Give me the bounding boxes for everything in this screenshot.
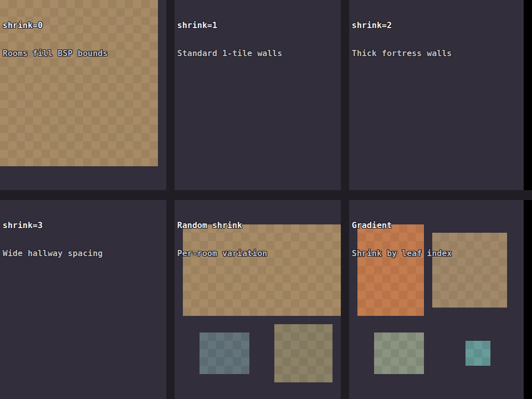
panel-label: shrink=3 Wide hallway spacing (3, 202, 103, 277)
panel-title: shrink=0 (3, 21, 108, 30)
panel-shrink-1: shrink=1 Standard 1-tile walls (175, 0, 341, 190)
canvas-right-margin-top (524, 0, 532, 190)
panel-subtitle: Thick fortress walls (352, 49, 452, 58)
panel-gradient: Gradient Shrink by leaf index (349, 200, 524, 399)
panel-label: Random shrink Per-room variation (177, 202, 267, 277)
panel-title: Random shrink (177, 221, 267, 230)
room-rect-slate (200, 332, 249, 374)
panel-subtitle: Per-room variation (177, 249, 267, 258)
panel-subtitle: Rooms fill BSP bounds (3, 49, 108, 58)
panel-title: shrink=3 (3, 221, 103, 230)
panel-random-shrink: Random shrink Per-room variation (175, 200, 341, 399)
panel-shrink-2: shrink=2 Thick fortress walls (349, 0, 524, 190)
panel-subtitle: Wide hallway spacing (3, 249, 103, 258)
panel-title: shrink=2 (352, 21, 452, 30)
room-rect-olive (274, 324, 332, 382)
panel-shrink-3: shrink=3 Wide hallway spacing (0, 200, 166, 399)
panel-label: shrink=2 Thick fortress walls (352, 2, 452, 77)
panel-subtitle: Shrink by leaf index (352, 249, 452, 258)
bsp-demo-grid: shrink=0 Rooms fill BSP bounds shrink=1 … (0, 0, 532, 399)
panel-label: shrink=0 Rooms fill BSP bounds (3, 2, 108, 77)
panel-title: shrink=1 (177, 21, 282, 30)
canvas-right-margin-bottom (524, 200, 532, 399)
panel-label: shrink=1 Standard 1-tile walls (177, 2, 282, 77)
room-rect-teal (466, 341, 490, 366)
panel-title: Gradient (352, 221, 452, 230)
room-rect-sage (374, 332, 424, 374)
panel-subtitle: Standard 1-tile walls (177, 49, 282, 58)
panel-label: Gradient Shrink by leaf index (352, 202, 452, 277)
panel-shrink-0: shrink=0 Rooms fill BSP bounds (0, 0, 166, 190)
